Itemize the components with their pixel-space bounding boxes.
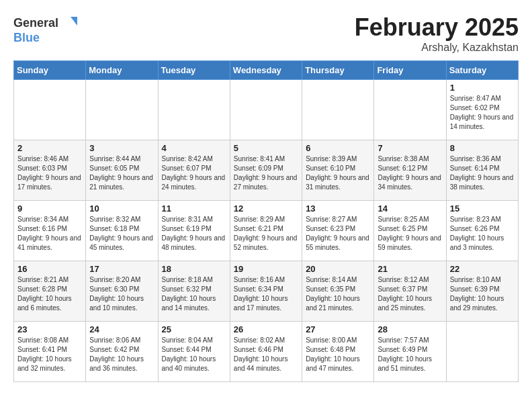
header-thursday: Thursday bbox=[302, 61, 374, 80]
day-number: 25 bbox=[162, 324, 226, 334]
day-number: 23 bbox=[17, 324, 82, 334]
day-number: 9 bbox=[17, 203, 82, 214]
header-tuesday: Tuesday bbox=[158, 61, 230, 80]
day-info: Sunrise: 8:29 AM Sunset: 6:21 PM Dayligh… bbox=[234, 215, 298, 253]
day-info: Sunrise: 8:06 AM Sunset: 6:42 PM Dayligh… bbox=[89, 336, 154, 373]
day-info: Sunrise: 8:46 AM Sunset: 6:03 PM Dayligh… bbox=[17, 154, 82, 192]
day-number: 21 bbox=[378, 264, 442, 274]
table-row: 19Sunrise: 8:16 AM Sunset: 6:34 PM Dayli… bbox=[230, 261, 302, 322]
table-row: 20Sunrise: 8:14 AM Sunset: 6:35 PM Dayli… bbox=[302, 261, 374, 322]
day-number: 18 bbox=[162, 264, 226, 274]
calendar-week-row: 9Sunrise: 8:34 AM Sunset: 6:16 PM Daylig… bbox=[14, 201, 519, 261]
location-subtitle: Arshaly, Kazakhstan bbox=[355, 42, 519, 54]
day-number: 14 bbox=[378, 203, 442, 214]
month-year-title: February 2025 bbox=[355, 13, 519, 42]
day-info: Sunrise: 8:12 AM Sunset: 6:37 PM Dayligh… bbox=[378, 275, 442, 313]
day-number: 20 bbox=[306, 264, 370, 274]
day-number: 22 bbox=[450, 264, 515, 274]
header-friday: Friday bbox=[374, 61, 446, 80]
table-row: 10Sunrise: 8:32 AM Sunset: 6:18 PM Dayli… bbox=[86, 201, 158, 261]
day-number: 1 bbox=[450, 83, 515, 93]
day-number: 26 bbox=[234, 324, 298, 334]
logo-icon: GeneralBlue bbox=[13, 13, 87, 47]
calendar-table: Sunday Monday Tuesday Wednesday Thursday… bbox=[13, 60, 519, 382]
day-info: Sunrise: 8:23 AM Sunset: 6:26 PM Dayligh… bbox=[450, 215, 515, 253]
day-info: Sunrise: 8:39 AM Sunset: 6:10 PM Dayligh… bbox=[306, 154, 370, 192]
day-info: Sunrise: 8:14 AM Sunset: 6:35 PM Dayligh… bbox=[306, 275, 370, 313]
day-info: Sunrise: 8:32 AM Sunset: 6:18 PM Dayligh… bbox=[89, 215, 154, 253]
day-number: 28 bbox=[378, 324, 442, 334]
day-number: 5 bbox=[234, 143, 298, 153]
day-number: 4 bbox=[162, 143, 226, 153]
day-info: Sunrise: 8:34 AM Sunset: 6:16 PM Dayligh… bbox=[17, 215, 82, 253]
day-number: 8 bbox=[450, 143, 515, 153]
day-info: Sunrise: 8:38 AM Sunset: 6:12 PM Dayligh… bbox=[378, 154, 442, 192]
table-row bbox=[14, 80, 86, 140]
table-row: 3Sunrise: 8:44 AM Sunset: 6:05 PM Daylig… bbox=[86, 140, 158, 201]
table-row: 15Sunrise: 8:23 AM Sunset: 6:26 PM Dayli… bbox=[446, 201, 518, 261]
table-row: 16Sunrise: 8:21 AM Sunset: 6:28 PM Dayli… bbox=[14, 261, 86, 322]
logo: GeneralBlue bbox=[13, 13, 87, 47]
day-number: 16 bbox=[17, 264, 82, 274]
day-info: Sunrise: 8:41 AM Sunset: 6:09 PM Dayligh… bbox=[234, 154, 298, 192]
day-info: Sunrise: 8:10 AM Sunset: 6:39 PM Dayligh… bbox=[450, 275, 515, 313]
day-info: Sunrise: 8:20 AM Sunset: 6:30 PM Dayligh… bbox=[89, 275, 154, 313]
table-row bbox=[446, 322, 518, 382]
day-number: 24 bbox=[89, 324, 154, 334]
table-row: 6Sunrise: 8:39 AM Sunset: 6:10 PM Daylig… bbox=[302, 140, 374, 201]
page-header: GeneralBlue February 2025 Arshaly, Kazak… bbox=[13, 13, 519, 54]
logo: GeneralBlue bbox=[13, 13, 87, 47]
day-info: Sunrise: 8:16 AM Sunset: 6:34 PM Dayligh… bbox=[234, 275, 298, 313]
day-number: 2 bbox=[17, 143, 82, 153]
day-number: 15 bbox=[450, 203, 515, 214]
day-info: Sunrise: 7:57 AM Sunset: 6:49 PM Dayligh… bbox=[378, 336, 442, 373]
day-info: Sunrise: 8:02 AM Sunset: 6:46 PM Dayligh… bbox=[234, 336, 298, 373]
svg-text:General: General bbox=[13, 16, 58, 30]
day-number: 12 bbox=[234, 203, 298, 214]
calendar-week-row: 23Sunrise: 8:08 AM Sunset: 6:41 PM Dayli… bbox=[14, 322, 519, 382]
table-row: 22Sunrise: 8:10 AM Sunset: 6:39 PM Dayli… bbox=[446, 261, 518, 322]
day-info: Sunrise: 8:21 AM Sunset: 6:28 PM Dayligh… bbox=[17, 275, 82, 313]
svg-marker-1 bbox=[71, 17, 77, 26]
table-row: 21Sunrise: 8:12 AM Sunset: 6:37 PM Dayli… bbox=[374, 261, 446, 322]
table-row: 4Sunrise: 8:42 AM Sunset: 6:07 PM Daylig… bbox=[158, 140, 230, 201]
day-info: Sunrise: 8:42 AM Sunset: 6:07 PM Dayligh… bbox=[162, 154, 226, 192]
day-info: Sunrise: 8:00 AM Sunset: 6:48 PM Dayligh… bbox=[306, 336, 370, 373]
table-row: 2Sunrise: 8:46 AM Sunset: 6:03 PM Daylig… bbox=[14, 140, 86, 201]
table-row: 28Sunrise: 7:57 AM Sunset: 6:49 PM Dayli… bbox=[374, 322, 446, 382]
calendar-header-row: Sunday Monday Tuesday Wednesday Thursday… bbox=[14, 61, 519, 80]
day-info: Sunrise: 8:27 AM Sunset: 6:23 PM Dayligh… bbox=[306, 215, 370, 253]
calendar-week-row: 2Sunrise: 8:46 AM Sunset: 6:03 PM Daylig… bbox=[14, 140, 519, 201]
title-block: February 2025 Arshaly, Kazakhstan bbox=[355, 13, 519, 54]
day-number: 11 bbox=[162, 203, 226, 214]
day-info: Sunrise: 8:08 AM Sunset: 6:41 PM Dayligh… bbox=[17, 336, 82, 373]
table-row: 26Sunrise: 8:02 AM Sunset: 6:46 PM Dayli… bbox=[230, 322, 302, 382]
header-monday: Monday bbox=[86, 61, 158, 80]
calendar-week-row: 16Sunrise: 8:21 AM Sunset: 6:28 PM Dayli… bbox=[14, 261, 519, 322]
day-info: Sunrise: 8:18 AM Sunset: 6:32 PM Dayligh… bbox=[162, 275, 226, 313]
table-row bbox=[230, 80, 302, 140]
table-row: 5Sunrise: 8:41 AM Sunset: 6:09 PM Daylig… bbox=[230, 140, 302, 201]
day-info: Sunrise: 8:31 AM Sunset: 6:19 PM Dayligh… bbox=[162, 215, 226, 253]
table-row: 8Sunrise: 8:36 AM Sunset: 6:14 PM Daylig… bbox=[446, 140, 518, 201]
table-row: 23Sunrise: 8:08 AM Sunset: 6:41 PM Dayli… bbox=[14, 322, 86, 382]
day-number: 7 bbox=[378, 143, 442, 153]
table-row: 13Sunrise: 8:27 AM Sunset: 6:23 PM Dayli… bbox=[302, 201, 374, 261]
day-number: 13 bbox=[306, 203, 370, 214]
day-number: 17 bbox=[89, 264, 154, 274]
table-row bbox=[302, 80, 374, 140]
table-row bbox=[86, 80, 158, 140]
day-info: Sunrise: 8:25 AM Sunset: 6:25 PM Dayligh… bbox=[378, 215, 442, 253]
day-number: 19 bbox=[234, 264, 298, 274]
header-wednesday: Wednesday bbox=[230, 61, 302, 80]
day-number: 10 bbox=[89, 203, 154, 214]
header-sunday: Sunday bbox=[14, 61, 86, 80]
table-row: 12Sunrise: 8:29 AM Sunset: 6:21 PM Dayli… bbox=[230, 201, 302, 261]
day-number: 27 bbox=[306, 324, 370, 334]
table-row: 1Sunrise: 8:47 AM Sunset: 6:02 PM Daylig… bbox=[446, 80, 518, 140]
table-row: 27Sunrise: 8:00 AM Sunset: 6:48 PM Dayli… bbox=[302, 322, 374, 382]
table-row: 11Sunrise: 8:31 AM Sunset: 6:19 PM Dayli… bbox=[158, 201, 230, 261]
table-row: 14Sunrise: 8:25 AM Sunset: 6:25 PM Dayli… bbox=[374, 201, 446, 261]
table-row: 9Sunrise: 8:34 AM Sunset: 6:16 PM Daylig… bbox=[14, 201, 86, 261]
calendar-week-row: 1Sunrise: 8:47 AM Sunset: 6:02 PM Daylig… bbox=[14, 80, 519, 140]
